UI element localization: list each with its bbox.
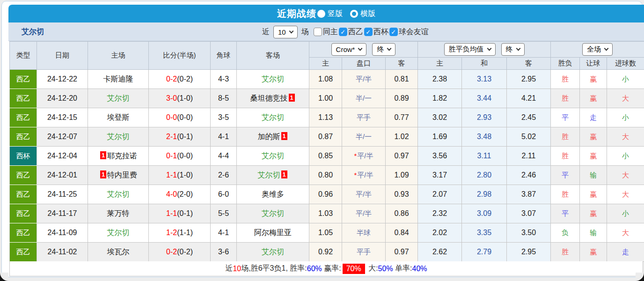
handicap-value: 半/一: [356, 133, 372, 140]
fulltime-select[interactable]: 全场: [582, 43, 613, 56]
cup-label: 西杯: [373, 27, 388, 37]
handicap-cell: 平/半: [342, 204, 386, 223]
over-rate-value: 50%: [378, 265, 393, 273]
halftime-score: (0-2): [177, 75, 193, 83]
odds-away-cell: 1.02: [386, 127, 418, 147]
halftime-score: (0-0): [177, 152, 193, 160]
friendly-checkbox[interactable]: [389, 28, 398, 36]
away-team-cell: 艾尔切: [237, 70, 309, 89]
home-team-name: 艾尔切: [107, 190, 130, 198]
away-team-name: 桑坦德竞技: [250, 94, 288, 102]
avg-period-select[interactable]: 终: [501, 43, 525, 56]
result-handicap-cell: 赢: [580, 127, 607, 147]
odds-away-cell: 0.81: [386, 70, 418, 89]
games-count-select[interactable]: 10: [273, 26, 298, 38]
handicap-cell: 平/半: [342, 70, 386, 89]
fulltime-score: 1-1: [166, 171, 177, 179]
home-team-name: 耶克拉诺: [107, 152, 137, 160]
home-team-cell: 艾尔切: [88, 89, 149, 108]
summary-text: 近: [225, 264, 233, 274]
result-wdl-cell: 平: [551, 204, 580, 223]
result-handicap-cell: 输: [580, 166, 607, 185]
odds-home-cell: 1.05: [309, 223, 342, 243]
odds-period-select[interactable]: 终: [372, 43, 395, 56]
away-team-name: 艾尔切: [262, 152, 284, 160]
score-cell: 1-2(1-1): [149, 223, 211, 243]
corners-cell: 4-1: [211, 127, 237, 147]
avg-home-cell: 3.56: [418, 147, 462, 166]
corners-cell: 2-6: [211, 166, 237, 185]
result-wdl-cell: 胜: [551, 185, 580, 204]
result-handicap-cell: 赢: [580, 204, 607, 223]
result-handicap-cell: 输: [580, 223, 607, 243]
handicap-cell: *平/半: [342, 166, 386, 185]
avg-away-cell: 5.02: [507, 127, 551, 147]
result-goals-cell: 小: [607, 147, 644, 166]
avg-draw-cell: 2.93: [462, 108, 507, 127]
result-wdl-cell: 平: [551, 166, 580, 185]
ranking-badge: 1: [281, 170, 287, 178]
home-team-cell: 埃瓦尔: [88, 243, 149, 262]
corners-cell: 5-5: [211, 204, 237, 223]
halftime-score: (0-1): [177, 133, 193, 140]
away-team-name: 艾尔切: [262, 113, 284, 121]
home-team-cell: 1耶克拉诺: [88, 147, 149, 166]
avg-home-cell: 1.82: [418, 89, 462, 108]
away-team-cell: 艾尔切: [237, 108, 309, 127]
same-home-checkbox[interactable]: [314, 28, 322, 36]
result-handicap-cell: 走: [580, 108, 607, 127]
match-type-cell: 西乙: [10, 223, 37, 243]
handicap-value: 平/半: [356, 75, 372, 83]
halftime-score: (1-0): [177, 171, 193, 179]
home-team-name: 艾尔切: [107, 94, 130, 102]
avg-type-select[interactable]: 胜平负均值: [444, 43, 496, 56]
table-row: 西杯 24-12-04 1耶克拉诺 0-1(0-0) 4-4 艾尔切 0.85 …: [10, 147, 644, 166]
result-handicap-cell: 赢: [580, 185, 607, 204]
corners-cell: 4-1: [211, 223, 237, 243]
avg-home-cell: 3.17: [418, 166, 462, 185]
home-team-cell: 埃登斯: [88, 108, 149, 127]
home-team-name: 特内里费: [107, 171, 137, 179]
away-team-cell: 艾尔切1: [237, 166, 309, 185]
handicap-value: 平/半: [356, 209, 372, 217]
bookmaker-select[interactable]: Crow*: [331, 43, 367, 56]
odds-away-cell: 0.89: [386, 89, 418, 108]
filter-bar: 艾尔切 近 10 场 同主 西乙 西杯 球会友谊: [8, 22, 644, 41]
games-count-value: 10: [278, 28, 286, 36]
odds-home-cell: 0.80: [309, 166, 342, 185]
match-date: 24-12-07: [37, 127, 88, 147]
match-type-cell: 西乙: [10, 70, 37, 89]
home-team-cell: 艾尔切: [88, 185, 149, 204]
single-rate-label: 单率:: [393, 264, 412, 274]
summary-record: 场,胜6平3负1, 胜率:: [241, 264, 307, 274]
avg-type-value: 胜平负均值: [449, 45, 484, 54]
match-type-cell: 西乙: [10, 185, 37, 204]
away-team-cell: 桑坦德竞技1: [237, 89, 309, 108]
away-team-name: 艾尔切: [258, 171, 280, 179]
result-group-header: 全场: [551, 42, 644, 58]
results-table: 类型 日期 主场 比分(半场) 角球 客场 Crow* 终: [9, 41, 644, 262]
away-team-cell: 奥维多: [237, 185, 309, 204]
match-date: 24-11-25: [37, 185, 88, 204]
handicap-value: 平/半: [357, 171, 373, 179]
vertical-layout-radio[interactable]: [317, 10, 325, 18]
halftime-score: (1-1): [177, 229, 193, 237]
league-checkbox[interactable]: [339, 28, 347, 36]
match-type-cell: 西杯: [10, 147, 37, 166]
halftime-score: (0-1): [177, 209, 193, 217]
home-team-cell: 1特内里费: [88, 166, 149, 185]
result-goals-cell: 小: [607, 108, 644, 127]
odds-group-header: Crow* 终: [309, 42, 418, 58]
col-header-home: 主场: [88, 42, 149, 70]
cup-checkbox[interactable]: [364, 28, 373, 36]
vertical-layout-label: 竖版: [328, 9, 343, 19]
team-name: 艾尔切: [22, 22, 44, 41]
score-cell: 0-1(0-0): [149, 147, 211, 166]
horizontal-layout-radio[interactable]: [350, 10, 358, 18]
table-row: 西乙 24-12-01 1特内里费 1-1(1-0) 2-6 艾尔切1 0.80…: [10, 166, 644, 185]
odds-away-cell: 0.97: [386, 243, 418, 262]
match-date: 24-11-17: [37, 204, 88, 223]
single-rate-value: 40%: [412, 265, 427, 273]
score-cell: 1-1(0-1): [149, 204, 211, 223]
col-header-type: 类型: [10, 42, 37, 70]
